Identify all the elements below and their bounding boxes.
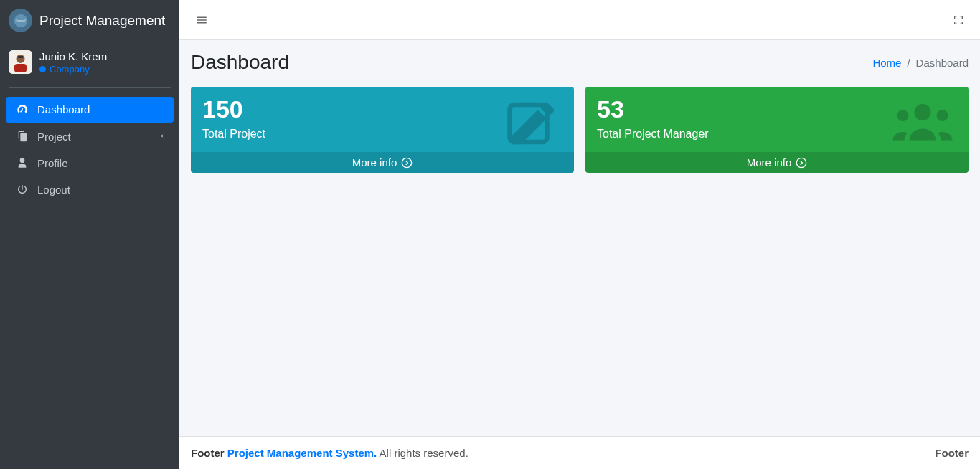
svg-point-2	[17, 55, 25, 63]
svg-rect-3	[14, 64, 27, 72]
arrow-circle-right-icon	[401, 157, 413, 169]
user-panel: Junio K. Krem Company	[0, 41, 179, 83]
sidebar-nav: Dashboard Project	[0, 93, 179, 208]
user-icon	[14, 157, 30, 169]
tachometer-icon	[14, 103, 30, 116]
footer: Footer Project Management System. All ri…	[179, 436, 980, 469]
svg-point-6	[402, 158, 412, 167]
sidebar-item-label: Profile	[37, 157, 165, 169]
menu-toggle-button[interactable]	[191, 9, 212, 31]
breadcrumb-sep: /	[907, 57, 910, 69]
sidebar-item-label: Dashboard	[37, 103, 165, 115]
svg-point-8	[897, 110, 908, 121]
sidebar-item-profile[interactable]: Profile	[6, 151, 174, 176]
footer-right: Footer	[935, 447, 969, 459]
sidebar: Project Management Junio K. Krem Company	[0, 0, 179, 469]
sidebar-item-logout[interactable]: Logout	[6, 177, 174, 202]
sidebar-item-label: Logout	[37, 184, 165, 196]
svg-point-10	[797, 158, 806, 167]
more-info-label: More info	[352, 156, 397, 169]
avatar	[9, 50, 32, 74]
edit-icon	[505, 95, 561, 154]
user-name[interactable]: Junio K. Krem	[39, 49, 107, 64]
sidebar-item-project[interactable]: Project	[6, 124, 174, 149]
breadcrumb-current: Dashboard	[916, 57, 969, 69]
arrow-circle-right-icon	[796, 157, 807, 169]
svg-rect-4	[18, 56, 23, 58]
power-icon	[14, 184, 30, 195]
main: Dashboard Home / Dashboard 150 Total Pro…	[179, 0, 980, 469]
more-info-label: More info	[747, 156, 792, 169]
footer-link[interactable]: Project Management System.	[227, 447, 377, 459]
topbar	[179, 0, 980, 40]
bars-icon	[195, 14, 208, 27]
brand[interactable]: Project Management	[0, 0, 179, 41]
expand-icon	[953, 14, 964, 26]
sidebar-item-dashboard[interactable]: Dashboard	[6, 97, 174, 123]
brand-text: Project Management	[39, 13, 165, 29]
svg-point-7	[915, 104, 931, 120]
user-role[interactable]: Company	[39, 64, 107, 75]
card-total-manager: 53 Total Project Manager More info	[585, 87, 969, 173]
chevron-left-icon	[159, 132, 165, 141]
brand-logo	[9, 9, 32, 32]
content: 150 Total Project More info 53 Total Pro…	[179, 81, 980, 179]
breadcrumb-home[interactable]: Home	[872, 57, 901, 69]
card-total-project: 150 Total Project More info	[191, 87, 574, 173]
sidebar-item-label: Project	[37, 131, 159, 143]
footer-prefix: Footer	[191, 447, 225, 459]
fullscreen-button[interactable]	[948, 10, 969, 30]
users-icon	[890, 95, 956, 148]
card-more-link[interactable]: More info	[191, 152, 574, 173]
breadcrumb: Home / Dashboard	[872, 57, 969, 69]
globe-icon	[13, 13, 29, 29]
footer-rights: All rights reserved.	[380, 447, 468, 459]
user-role-label: Company	[50, 64, 90, 75]
page-title: Dashboard	[191, 51, 289, 74]
sidebar-divider	[9, 87, 171, 88]
copy-icon	[14, 131, 30, 142]
content-header: Dashboard Home / Dashboard	[179, 40, 980, 81]
card-more-link[interactable]: More info	[585, 152, 969, 173]
svg-point-9	[937, 110, 948, 121]
status-dot-icon	[39, 66, 46, 72]
